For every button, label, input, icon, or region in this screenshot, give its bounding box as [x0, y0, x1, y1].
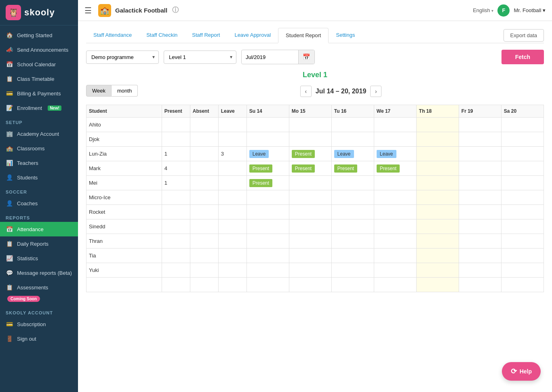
cell-student: Tia	[86, 249, 162, 263]
th-present: Present	[162, 105, 190, 118]
user-name[interactable]: Mr. Football ▾	[514, 7, 546, 13]
table-row: Thran	[86, 234, 544, 249]
hamburger-icon[interactable]: ☰	[84, 6, 92, 15]
th-mo15: Mo 15	[289, 105, 331, 118]
sidebar-item-daily-reports[interactable]: 📋 Daily Reports	[0, 236, 78, 251]
cell-su14	[247, 278, 289, 292]
month-view-button[interactable]: month	[112, 85, 138, 97]
tab-leave-approval[interactable]: Leave Approval	[227, 28, 278, 43]
help-button[interactable]: ⟳ Help	[502, 362, 541, 381]
next-week-button[interactable]: ›	[370, 86, 381, 97]
table-row: Micro-Ice	[86, 190, 544, 205]
table-row: Mark 4 Present Present Present Present	[86, 161, 544, 176]
date-range-row: ‹ Jul 14 – 20, 2019 ›	[138, 86, 544, 97]
cell-su14	[247, 234, 289, 249]
academy-name: Galactick Football	[115, 7, 167, 14]
table-row: Lun-Zia 1 3 Leave Present Leave Leave	[86, 147, 544, 161]
cell-sa20	[501, 176, 544, 190]
cell-mo15	[289, 132, 331, 147]
cell-absent	[190, 176, 218, 190]
account-section-label: SKOOLY ACCOUNT	[0, 306, 78, 317]
level-title: Level 1	[86, 71, 544, 79]
sign-out-icon: 🚪	[6, 335, 13, 342]
sidebar-item-statistics[interactable]: 📈 Statistics	[0, 251, 78, 266]
level-select[interactable]: Level 1	[164, 51, 236, 64]
tab-settings[interactable]: Settings	[329, 28, 362, 43]
calendar-icon[interactable]: 📅	[298, 50, 314, 64]
sidebar-item-label: Daily Reports	[17, 241, 48, 247]
cell-absent	[190, 205, 218, 219]
table-row: Tia	[86, 249, 544, 263]
date-input-wrap: 📅	[241, 50, 315, 64]
cell-we17	[374, 234, 416, 249]
topbar-right: English ▾ F Mr. Football ▾	[473, 4, 546, 17]
export-data-button[interactable]: Export data	[504, 29, 544, 42]
help-circle-icon[interactable]: ⓘ	[172, 6, 179, 15]
sidebar-item-send-announcements[interactable]: 📣 Send Announcements	[0, 42, 78, 57]
th-th18: Th 18	[416, 105, 459, 118]
sidebar-item-getting-started[interactable]: 🏠 Getting Started	[0, 28, 78, 42]
cell-present	[162, 219, 190, 234]
help-circle-icon: ⟳	[511, 367, 517, 376]
tab-student-report[interactable]: Student Report	[278, 28, 329, 43]
week-view-button[interactable]: Week	[86, 85, 112, 97]
sidebar-item-school-calendar[interactable]: 📅 School Calendar	[0, 57, 78, 72]
cell-sa20	[501, 147, 544, 161]
tab-staff-attendance[interactable]: Staff Attendance	[86, 28, 139, 43]
cell-we17: Present	[374, 161, 416, 176]
language-selector[interactable]: English ▾	[473, 7, 493, 13]
sidebar-item-class-timetable[interactable]: 📋 Class Timetable	[0, 72, 78, 86]
sidebar-item-label: Class Timetable	[17, 76, 54, 82]
cell-we17	[374, 263, 416, 278]
cell-leave: 3	[218, 147, 247, 161]
cell-student: Yuki	[86, 263, 162, 278]
cell-mo15: Present	[289, 147, 331, 161]
announcement-icon: 📣	[6, 46, 13, 53]
date-input[interactable]	[242, 51, 298, 63]
cell-present	[162, 190, 190, 205]
cell-fr19	[459, 161, 501, 176]
user-avatar: F	[497, 4, 510, 17]
cell-su14: Present	[247, 161, 289, 176]
sidebar-item-assessments[interactable]: 📋 Assessments Coming Soon	[0, 280, 78, 306]
cell-leave	[218, 118, 247, 132]
cell-mo15	[289, 278, 331, 292]
sidebar-item-enrollment[interactable]: 📝 Enrollment New!	[0, 101, 78, 115]
sidebar-item-label: Getting Started	[17, 32, 52, 38]
sidebar-item-attendance[interactable]: 📅 Attendance	[0, 222, 78, 236]
sidebar-item-students[interactable]: 👤 Students	[0, 170, 78, 185]
cell-student: Djok	[86, 132, 162, 147]
timetable-icon: 📋	[6, 75, 13, 82]
cell-mo15	[289, 190, 331, 205]
tab-staff-checkin[interactable]: Staff Checkin	[139, 28, 185, 43]
sidebar-item-subscription[interactable]: 💳 Subscription	[0, 317, 78, 331]
logo-text: skooly	[24, 7, 55, 18]
message-reports-icon: 💬	[6, 269, 13, 276]
cell-student: Ahito	[86, 118, 162, 132]
sidebar-item-billing-payments[interactable]: 💳 Billing & Payments	[0, 86, 78, 101]
cell-fr19	[459, 190, 501, 205]
sidebar-item-coaches[interactable]: 👤 Coaches	[0, 196, 78, 211]
tab-staff-report[interactable]: Staff Report	[185, 28, 227, 43]
sidebar-item-teachers[interactable]: 📊 Teachers	[0, 156, 78, 170]
th-we17: We 17	[374, 105, 416, 118]
sidebar-item-message-reports[interactable]: 💬 Message reports (Beta)	[0, 266, 78, 280]
programme-select[interactable]: Demo programme	[86, 51, 159, 64]
cell-present: 1	[162, 147, 190, 161]
level-select-wrap: Level 1 ▾	[164, 51, 236, 64]
cell-su14	[247, 132, 289, 147]
cell-su14: Present	[247, 176, 289, 190]
cell-tu16	[331, 205, 374, 219]
fetch-button[interactable]: Fetch	[501, 50, 544, 64]
cell-we17	[374, 176, 416, 190]
sidebar-item-sign-out[interactable]: 🚪 Sign out	[0, 331, 78, 346]
cell-student: Mark	[86, 161, 162, 176]
cell-sa20	[501, 118, 544, 132]
cell-th18	[416, 234, 459, 249]
cell-su14	[247, 118, 289, 132]
cell-present: 1	[162, 176, 190, 190]
prev-week-button[interactable]: ‹	[300, 86, 312, 97]
sidebar-item-classrooms[interactable]: 🏫 Classrooms	[0, 141, 78, 156]
cell-tu16	[331, 278, 374, 292]
sidebar-item-academy-account[interactable]: 🏢 Academy Account	[0, 126, 78, 141]
